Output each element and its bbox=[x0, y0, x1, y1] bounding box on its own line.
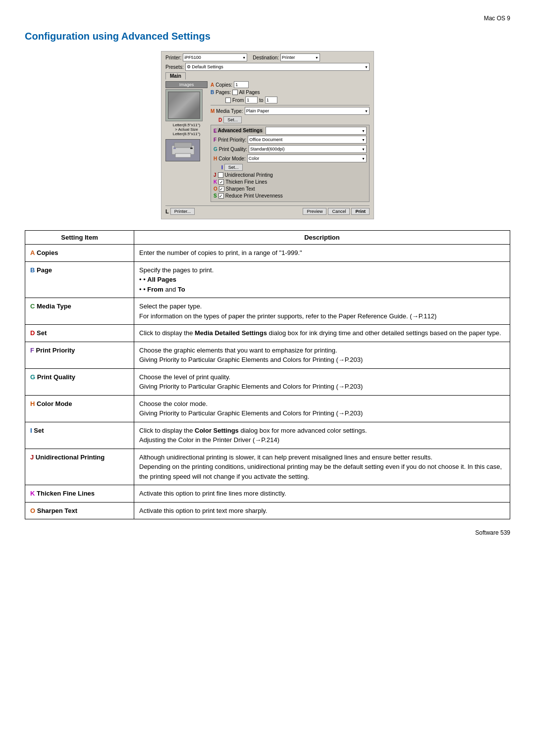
description-cell: Although unidirectional printing is slow… bbox=[134, 449, 510, 485]
media-type-letter: M bbox=[211, 108, 214, 114]
os-label: Mac OS 9 bbox=[484, 15, 510, 22]
svg-rect-4 bbox=[190, 148, 193, 149]
color-mode-select[interactable]: Color bbox=[247, 154, 367, 162]
destination-label: Destination: bbox=[253, 55, 279, 60]
media-detailed-settings-text: Media Detailed Settings bbox=[195, 329, 267, 337]
set-button-d[interactable]: Set... bbox=[223, 116, 242, 123]
unidirectional-desc: Although unidirectional printing is slow… bbox=[139, 454, 502, 480]
preview-button[interactable]: Preview bbox=[303, 208, 326, 215]
presets-row: Presets: ⚙ Default Settings bbox=[165, 63, 370, 71]
pages-label-letter: B bbox=[211, 90, 214, 95]
item-page: Page bbox=[37, 266, 52, 274]
preview-area bbox=[165, 89, 203, 121]
svg-rect-2 bbox=[175, 153, 191, 157]
paper-size-value: Letter(8.5"x11") bbox=[165, 123, 208, 127]
left-panel: Images Letter(8.5"x11") > Actual Size Le… bbox=[165, 81, 208, 203]
copies-input[interactable]: 1 bbox=[234, 81, 249, 88]
copies-row: A Copies: 1 bbox=[211, 81, 370, 88]
dialog-bottom-bar: L Printer... Preview Cancel Print bbox=[165, 205, 370, 215]
item-cell: B Page bbox=[25, 261, 134, 298]
from-radio[interactable] bbox=[225, 98, 231, 103]
color-set-button[interactable]: Set... bbox=[224, 164, 243, 171]
from-to-row: From 1 to 1 bbox=[211, 97, 370, 103]
advanced-settings-section: E Advanced Settings F Print Priority: Of… bbox=[211, 125, 370, 202]
page-options-list: • All Pages • From and To bbox=[139, 275, 505, 294]
sharpen-row: O Sharpen Text bbox=[214, 186, 367, 192]
item-media-type: Media Type bbox=[37, 302, 71, 310]
settings-table: Setting Item Description A Copies Enter … bbox=[25, 230, 510, 519]
item-letter-i: I bbox=[30, 427, 32, 434]
sharpen-desc: Activate this option to print text more … bbox=[139, 507, 267, 514]
description-cell: Enter the number of copies to print, in … bbox=[134, 245, 510, 262]
from-text: From bbox=[147, 286, 163, 293]
item-cell: I Set bbox=[25, 422, 134, 449]
color-set-letter: I bbox=[221, 165, 223, 170]
description-cell: Click to display the Color Settings dial… bbox=[134, 422, 510, 449]
presets-select[interactable]: ⚙ Default Settings bbox=[185, 63, 370, 71]
color-mode-desc: Choose the color mode.Giving Priority to… bbox=[139, 400, 363, 417]
svg-rect-1 bbox=[174, 143, 192, 148]
item-set-d: Set bbox=[37, 329, 47, 337]
print-priority-row: F Print Priority: Office Document bbox=[214, 136, 367, 144]
table-row: J Unidirectional Printing Although unidi… bbox=[25, 449, 510, 485]
table-row: O Sharpen Text Activate this option to p… bbox=[25, 502, 510, 519]
from-input[interactable]: 1 bbox=[245, 97, 258, 103]
sharpen-label: Sharpen Text bbox=[226, 186, 255, 192]
thicken-checkbox[interactable] bbox=[218, 179, 224, 185]
sharpen-checkbox[interactable] bbox=[219, 186, 224, 192]
sharpen-letter: O bbox=[214, 186, 217, 192]
item-print-priority: Print Priority bbox=[36, 347, 75, 354]
media-type-desc: Select the paper type.For information on… bbox=[139, 302, 436, 320]
images-tab-indicator[interactable]: Images bbox=[165, 81, 208, 88]
table-row: B Page Specify the pages to print. • All… bbox=[25, 261, 510, 298]
media-type-select[interactable]: Plain Paper bbox=[245, 107, 370, 115]
pages-label: Pages: bbox=[215, 90, 231, 95]
table-row: A Copies Enter the number of copies to p… bbox=[25, 245, 510, 262]
print-quality-select[interactable]: Standard(600dpi) bbox=[249, 145, 367, 153]
color-mode-row: H Color Mode: Color bbox=[214, 154, 367, 162]
printer-button[interactable]: Printer... bbox=[170, 208, 195, 215]
presets-label: Presets: bbox=[165, 64, 184, 70]
color-mode-label: Color Mode: bbox=[218, 156, 245, 161]
paper-size-info: Letter(8.5"x11") > Actual Size Letter(8.… bbox=[165, 123, 208, 136]
item-sharpen: Sharpen Text bbox=[37, 507, 77, 514]
all-pages-option: • All Pages bbox=[139, 275, 505, 285]
item-letter-o: O bbox=[30, 507, 35, 514]
destination-select[interactable]: Printer bbox=[280, 53, 320, 61]
description-cell: Activate this option to print fine lines… bbox=[134, 485, 510, 503]
print-button[interactable]: Print bbox=[351, 208, 370, 215]
advanced-settings-header: E Advanced Settings bbox=[214, 127, 367, 135]
unidirectional-row: J Unidirectional Printing bbox=[214, 172, 367, 178]
advanced-settings-select[interactable] bbox=[266, 127, 367, 135]
item-cell: C Media Type bbox=[25, 298, 134, 325]
cancel-button[interactable]: Cancel bbox=[328, 208, 350, 215]
pages-options: All Pages bbox=[232, 90, 260, 95]
pages-row: B Pages: All Pages bbox=[211, 90, 370, 95]
all-pages-text: All Pages bbox=[147, 276, 176, 283]
to-input[interactable]: 1 bbox=[265, 97, 277, 103]
print-priority-letter: F bbox=[214, 137, 216, 143]
table-row: I Set Click to display the Color Setting… bbox=[25, 422, 510, 449]
item-cell: K Thicken Fine Lines bbox=[25, 485, 134, 503]
tab-main[interactable]: Main bbox=[165, 72, 186, 80]
print-quality-desc: Choose the level of print quality.Giving… bbox=[139, 373, 363, 391]
reduce-checkbox[interactable] bbox=[218, 193, 224, 199]
all-pages-radio[interactable] bbox=[232, 90, 238, 95]
item-cell: G Print Quality bbox=[25, 368, 134, 395]
thicken-row: K Thicken Fine Lines bbox=[214, 179, 367, 185]
unidirectional-checkbox[interactable] bbox=[218, 172, 223, 178]
item-cell: F Print Priority bbox=[25, 342, 134, 368]
print-priority-select[interactable]: Office Document bbox=[248, 136, 367, 144]
item-letter-k: K bbox=[30, 490, 35, 497]
right-panel: A Copies: 1 B Pages: All Pages bbox=[211, 81, 370, 203]
print-priority-desc: Choose the graphic elements that you wan… bbox=[139, 347, 363, 364]
printer-select[interactable]: iPF5100 bbox=[183, 53, 247, 61]
color-settings-text: Color Settings bbox=[195, 427, 239, 434]
print-quality-letter: G bbox=[214, 147, 217, 152]
action-buttons: Preview Cancel Print bbox=[303, 208, 370, 215]
page-title: Configuration using Advanced Settings bbox=[25, 31, 510, 42]
from-label: From bbox=[232, 98, 244, 103]
dialog-screenshot: Printer: iPF5100 Destination: Printer Pr… bbox=[25, 51, 510, 219]
separator-1 bbox=[211, 105, 370, 105]
col-header-item: Setting Item bbox=[25, 231, 134, 245]
